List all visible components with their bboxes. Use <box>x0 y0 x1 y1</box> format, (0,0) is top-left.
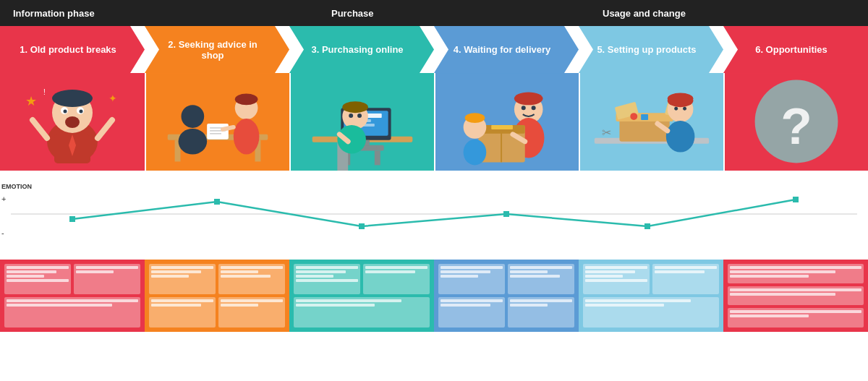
svg-point-7 <box>64 110 67 114</box>
card-group-3 <box>289 260 434 332</box>
svg-point-47 <box>357 114 362 118</box>
svg-line-29 <box>223 127 234 129</box>
svg-point-61 <box>464 140 487 166</box>
card-mini-1-1 <box>4 264 71 294</box>
svg-rect-33 <box>375 151 380 166</box>
card-mini-2-1 <box>149 264 216 294</box>
card-mini-3-2 <box>363 264 430 294</box>
step-6[interactable]: 6. Opportunities <box>723 26 868 73</box>
cards-row <box>0 260 868 332</box>
phase-purchase-label: Purchase <box>331 8 374 19</box>
card-mini-3-3 <box>294 297 430 328</box>
card-group-6 <box>723 260 868 332</box>
svg-point-72 <box>668 93 694 104</box>
card-mini-2-3 <box>149 297 216 328</box>
step-4-label: 4. Waiting for delivery <box>454 44 551 55</box>
phase-information: Information phase <box>0 0 318 26</box>
svg-point-20 <box>182 105 205 128</box>
svg-rect-89 <box>793 197 799 202</box>
card-mini-5-1 <box>583 264 650 294</box>
svg-rect-85 <box>214 199 220 205</box>
svg-point-78 <box>630 113 637 120</box>
svg-point-8 <box>80 110 83 114</box>
svg-point-53 <box>514 92 543 105</box>
svg-text:✦: ✦ <box>109 93 117 104</box>
phase-usage: Usage and change <box>590 0 868 26</box>
card-mini-2-2 <box>218 264 285 294</box>
step-5[interactable]: 5. Setting up products <box>579 26 723 73</box>
svg-rect-25 <box>207 124 229 140</box>
svg-text:✂: ✂ <box>602 127 611 139</box>
card-mini-4-2 <box>508 264 574 294</box>
svg-point-55 <box>532 106 536 110</box>
svg-point-62 <box>465 113 485 123</box>
svg-rect-88 <box>644 223 650 229</box>
card-mini-6-1 <box>728 264 864 283</box>
card-mini-1-3 <box>4 297 140 328</box>
svg-point-45 <box>342 101 368 113</box>
svg-point-46 <box>349 114 353 118</box>
step-2[interactable]: 2. Seeking advice in shop <box>145 26 289 73</box>
emotion-area: EMOTION + - <box>0 174 868 254</box>
emotion-chart <box>0 174 868 254</box>
step-4[interactable]: 4. Waiting for delivery <box>434 26 579 73</box>
step-1-label: 1. Old product breaks <box>20 44 116 55</box>
card-mini-1-2 <box>74 264 140 294</box>
svg-point-4 <box>65 116 80 128</box>
svg-point-3 <box>52 90 93 107</box>
step-2-label: 2. Seeking advice in shop <box>158 39 268 61</box>
phase-bar: Information phase Purchase Usage and cha… <box>0 0 868 26</box>
image-6: ? <box>723 73 868 171</box>
svg-rect-59 <box>491 125 513 129</box>
svg-point-23 <box>234 119 260 155</box>
card-mini-4-4 <box>508 297 574 328</box>
svg-rect-79 <box>641 114 648 120</box>
image-5: ✂ <box>579 73 723 171</box>
svg-rect-86 <box>359 223 365 229</box>
phase-purchase: Purchase <box>318 0 590 26</box>
step-3[interactable]: 3. Purchasing online <box>289 26 434 73</box>
card-mini-3-1 <box>294 264 360 294</box>
svg-point-54 <box>522 106 526 110</box>
step-3-label: 3. Purchasing online <box>311 44 403 55</box>
svg-text:★: ★ <box>25 94 37 108</box>
card-group-1 <box>0 260 145 332</box>
svg-point-24 <box>235 93 258 105</box>
card-mini-2-4 <box>218 297 285 328</box>
step-1[interactable]: 1. Old product breaks <box>0 26 145 73</box>
svg-text:!: ! <box>43 88 46 96</box>
image-1: ★ ✦ ! <box>0 73 145 171</box>
svg-point-75 <box>666 121 695 153</box>
card-group-4 <box>434 260 579 332</box>
svg-point-74 <box>683 107 686 111</box>
image-4 <box>434 73 579 171</box>
steps-row: 1. Old product breaks 2. Seeking advice … <box>0 26 868 73</box>
images-row: ★ ✦ ! <box>0 73 868 171</box>
card-mini-6-2 <box>728 286 864 306</box>
svg-rect-16 <box>146 74 289 171</box>
phase-information-label: Information phase <box>13 8 95 19</box>
card-mini-5-3 <box>583 297 719 328</box>
card-mini-4-1 <box>438 264 505 294</box>
card-mini-5-2 <box>652 264 719 294</box>
card-mini-4-3 <box>438 297 505 328</box>
image-2 <box>145 73 289 171</box>
card-mini-6-3 <box>728 308 864 328</box>
phase-usage-label: Usage and change <box>603 8 686 19</box>
card-group-5 <box>579 260 723 332</box>
svg-point-73 <box>674 107 678 111</box>
svg-rect-84 <box>69 216 75 222</box>
step-6-label: 6. Opportunities <box>755 44 827 55</box>
svg-point-21 <box>179 129 208 155</box>
card-group-2 <box>145 260 289 332</box>
svg-text:?: ? <box>780 97 812 155</box>
image-3: ORDER <box>289 73 434 171</box>
step-5-label: 5. Setting up products <box>597 44 696 55</box>
svg-rect-87 <box>503 211 509 217</box>
